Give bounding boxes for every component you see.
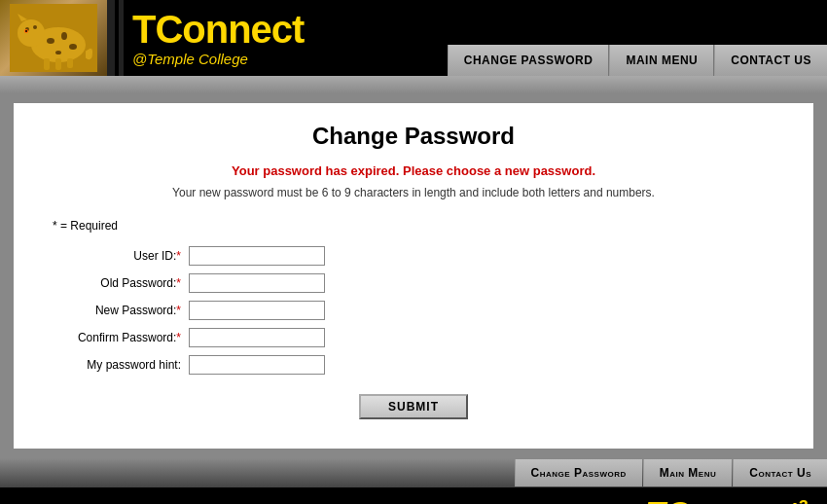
leopard-image [0, 0, 107, 76]
svg-point-4 [61, 32, 67, 40]
svg-rect-12 [44, 58, 50, 70]
old-password-input[interactable] [189, 273, 325, 293]
user-id-input[interactable] [189, 246, 325, 266]
page-title: Change Password [43, 123, 784, 150]
footer-main-menu[interactable]: Main Menu [643, 459, 733, 486]
new-password-row: New Password:* [53, 301, 784, 320]
top-nav: Change Password Main Menu Contact Us [448, 45, 827, 76]
footer-change-password[interactable]: Change Password [515, 459, 642, 486]
brand-title: TConnect [132, 10, 448, 49]
old-password-label: Old Password:* [53, 276, 189, 290]
svg-point-6 [55, 51, 61, 54]
svg-point-8 [33, 25, 37, 29]
hint-label: My password hint: [53, 358, 189, 372]
svg-point-5 [69, 44, 77, 50]
nav-change-password[interactable]: Change Password [448, 45, 609, 76]
footer-nav-bar: Change Password Main Menu Contact Us [0, 458, 827, 487]
confirm-password-row: Confirm Password:* [53, 328, 784, 347]
content-card: Change Password Your password has expire… [14, 103, 813, 449]
new-password-input[interactable] [189, 301, 325, 320]
user-id-label: User ID:* [53, 249, 189, 263]
old-password-row: Old Password:* [53, 273, 784, 293]
nav-contact-us[interactable]: Contact Us [714, 45, 827, 76]
main-area: Change Password Your password has expire… [0, 93, 827, 458]
required-note: * = Required [53, 219, 784, 233]
submit-row: SUBMIT [43, 394, 784, 419]
subheader-bar [0, 76, 827, 93]
hint-message: Your new password must be 6 to 9 charact… [43, 186, 784, 199]
svg-point-2 [18, 19, 45, 47]
confirm-password-label: Confirm Password:* [53, 331, 189, 344]
footer-nav: Change Password Main Menu Contact Us [515, 459, 827, 486]
hint-input[interactable] [189, 355, 325, 375]
change-password-form: User ID:* Old Password:* New Password:* [53, 246, 784, 375]
svg-rect-14 [67, 58, 73, 68]
brand-subtitle: @Temple College [132, 51, 448, 67]
leopard-icon [10, 4, 97, 72]
decorative-bars [107, 0, 126, 76]
user-id-row: User ID:* [53, 246, 784, 266]
confirm-password-input[interactable] [189, 328, 325, 347]
brand-section: TConnect @Temple College [126, 0, 448, 76]
footer-contact-us[interactable]: Contact Us [733, 459, 827, 486]
new-password-label: New Password:* [53, 304, 189, 317]
header: TConnect @Temple College Change Password… [0, 0, 827, 76]
expired-message: Your password has expired. Please choose… [43, 163, 784, 178]
hint-row: My password hint: [53, 355, 784, 375]
submit-button[interactable]: SUBMIT [359, 394, 468, 419]
svg-point-3 [47, 38, 54, 44]
svg-point-10 [25, 30, 27, 32]
footer-brand: TConnect3 [645, 494, 808, 505]
nav-main-menu[interactable]: Main Menu [609, 45, 713, 76]
black-footer: TConnect3 [0, 487, 827, 504]
svg-rect-13 [55, 58, 61, 70]
